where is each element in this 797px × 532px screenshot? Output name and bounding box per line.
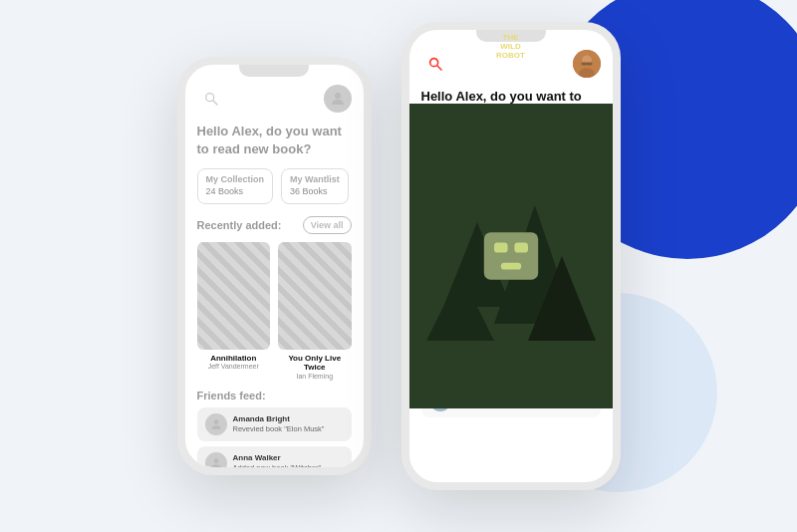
feed-text-1: Amanda Bright Revevied book "Elon Musk": [233, 414, 325, 435]
feed-item-1: Amanda Bright Revevied book "Elon Musk": [197, 407, 352, 441]
recently-added-title: Recently added:: [197, 219, 282, 231]
avatar[interactable]: [324, 85, 352, 113]
book-item-wildrobot[interactable]: THEWILDROBOT The Wild Robot Peter Brown: [546, 207, 601, 318]
feed-text-2: Anna Walker Added new book "Witcher": [233, 453, 322, 467]
feed-item-2: Anna Walker Added new book "Witcher": [197, 446, 352, 467]
wireframe-phone-content: Hello Alex, do you want to read new book…: [185, 85, 364, 467]
book-title: You Only Live Twice: [278, 354, 352, 373]
phone-notch: [239, 65, 309, 77]
svg-point-2: [335, 93, 341, 99]
search-button[interactable]: [197, 85, 225, 113]
view-all-button[interactable]: View all: [303, 216, 352, 234]
book-title: Annihilation: [197, 354, 271, 364]
feed-avatar-1: [205, 413, 227, 435]
svg-point-0: [205, 94, 213, 102]
book-item-annihilation: Annihilation Jeff Vandermeer: [197, 242, 271, 380]
wireframe-books-row: Annihilation Jeff Vandermeer You Only Li…: [197, 242, 352, 380]
friends-feed-title: Friends feed:: [197, 390, 352, 401]
wireframe-phone: Hello Alex, do you want to read new book…: [177, 57, 372, 475]
svg-point-3: [213, 419, 218, 424]
collection-badge: My Collection 24 Books: [197, 168, 274, 203]
wireframe-header: [197, 85, 352, 113]
book-cover-placeholder-1: [197, 242, 271, 350]
wantlist-badge: My Wantlist 36 Books: [281, 168, 349, 203]
book-author: Ian Fleming: [278, 373, 352, 380]
book-item-yolt: You Only Live Twice Ian Fleming: [278, 242, 352, 380]
colored-phone: Hello Alex, do you want toread new book?…: [401, 22, 621, 490]
svg-point-4: [213, 458, 218, 463]
phones-container: Hello Alex, do you want to read new book…: [0, 0, 797, 532]
svg-line-1: [213, 101, 217, 105]
feed-avatar-2: [205, 452, 227, 467]
colored-phone-content: Hello Alex, do you want toread new book?…: [409, 50, 613, 482]
recently-added-header: Recently added: View all: [197, 216, 352, 234]
book-cover-placeholder-2: [278, 242, 352, 350]
colored-books-row: ANNIHILATION JEFF VANDERMEER Annihilatio…: [421, 207, 601, 318]
book-author: Jeff Vandermeer: [197, 363, 271, 370]
badges-row: My Collection 24 Books My Wantlist 36 Bo…: [197, 168, 352, 203]
book-cover-wildrobot: THEWILDROBOT: [546, 207, 601, 287]
greeting-text: Hello Alex, do you want to read new book…: [197, 123, 352, 158]
